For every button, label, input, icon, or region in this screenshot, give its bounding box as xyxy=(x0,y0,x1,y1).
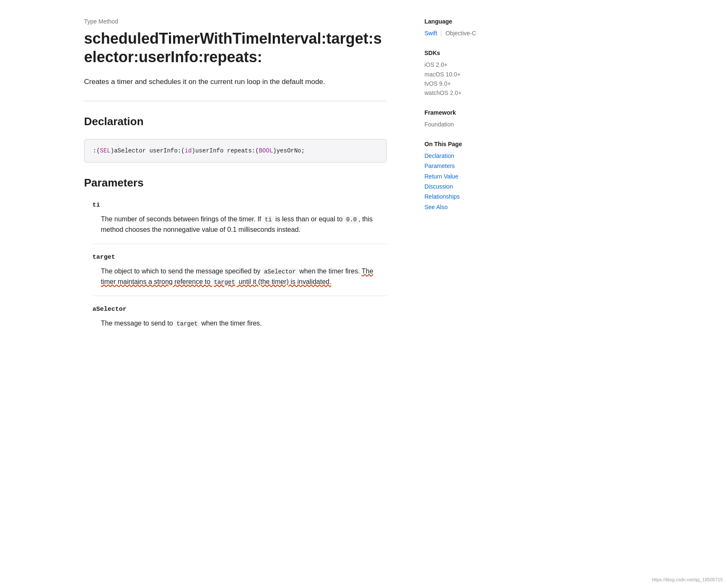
code-target: target xyxy=(212,278,237,286)
sdks-label: SDKs xyxy=(424,48,508,58)
code-target-2: target xyxy=(175,320,199,328)
on-this-page-relationships[interactable]: Relationships xyxy=(424,192,508,201)
sidebar-sdks-section: SDKs iOS 2.0+ macOS 10.0+ tvOS 9.0+ watc… xyxy=(424,48,508,98)
param-target: target The object to which to send the m… xyxy=(84,252,387,287)
param-ti-desc: The number of seconds between firings of… xyxy=(101,214,387,235)
param-ti: ti The number of seconds between firings… xyxy=(84,200,387,235)
code-token-2: )aSelector userInfo:( xyxy=(111,147,184,154)
on-this-page-parameters[interactable]: Parameters xyxy=(424,161,508,171)
sdk-watchos: watchOS 2.0+ xyxy=(424,88,508,97)
api-description: Creates a timer and schedules it on the … xyxy=(84,76,387,87)
annotated-text: The timer maintains a strong reference t… xyxy=(101,268,373,286)
sdk-macos: macOS 10.0+ xyxy=(424,70,508,79)
param-ti-name: ti xyxy=(92,200,387,210)
declaration-code: :(SEL)aSelector userInfo:(id)userInfo re… xyxy=(84,139,387,163)
main-content: Type Method scheduledTimerWithTimeInterv… xyxy=(0,17,412,337)
lang-objc[interactable]: Objective-C xyxy=(445,29,476,38)
code-0-0: 0.0 xyxy=(345,216,358,223)
sidebar-framework-section: Framework Foundation xyxy=(424,108,508,129)
language-selector: Swift | Objective-C xyxy=(424,29,508,38)
param-divider-2 xyxy=(92,296,387,296)
type-method-label: Type Method xyxy=(84,17,387,26)
code-token-3: id xyxy=(184,147,192,154)
lang-separator: | xyxy=(440,29,442,38)
param-target-desc: The object to which to send the message … xyxy=(101,266,387,287)
code-aSelector: aSelector xyxy=(262,268,298,276)
param-aSelector: aSelector The message to send to target … xyxy=(84,304,387,329)
code-token-6: )yesOrNo; xyxy=(273,147,305,154)
code-token-0: :( xyxy=(93,147,100,154)
declaration-heading: Declaration xyxy=(84,113,387,131)
code-token-4: )userInfo repeats:( xyxy=(192,147,259,154)
on-this-page-declaration[interactable]: Declaration xyxy=(424,151,508,160)
lang-swift[interactable]: Swift xyxy=(424,29,437,38)
code-ti: ti xyxy=(263,216,274,223)
param-divider-1 xyxy=(92,244,387,244)
parameters-heading: Parameters xyxy=(84,174,387,192)
divider-1 xyxy=(84,101,387,101)
on-this-page-return-value[interactable]: Return Value xyxy=(424,172,508,181)
param-target-name: target xyxy=(92,252,387,262)
param-aSelector-desc: The message to send to target when the t… xyxy=(101,318,387,329)
sdk-tvos: tvOS 9.0+ xyxy=(424,79,508,88)
param-aSelector-name: aSelector xyxy=(92,304,387,315)
on-this-page-see-also[interactable]: See Also xyxy=(424,202,508,212)
sidebar: Language Swift | Objective-C SDKs iOS 2.… xyxy=(412,17,521,337)
sdk-ios: iOS 2.0+ xyxy=(424,60,508,69)
code-token-5: BOOL xyxy=(259,147,273,154)
code-token-1: SEL xyxy=(100,147,111,154)
api-title: scheduledTimerWithTimeInterval:target:se… xyxy=(84,29,387,66)
sidebar-on-this-page-section: On This Page Declaration Parameters Retu… xyxy=(424,139,508,212)
framework-value: Foundation xyxy=(424,120,508,129)
language-label: Language xyxy=(424,17,508,26)
on-this-page-label: On This Page xyxy=(424,139,508,149)
on-this-page-discussion[interactable]: Discussion xyxy=(424,182,508,191)
sidebar-language-section: Language Swift | Objective-C xyxy=(424,17,508,38)
framework-label: Framework xyxy=(424,108,508,117)
